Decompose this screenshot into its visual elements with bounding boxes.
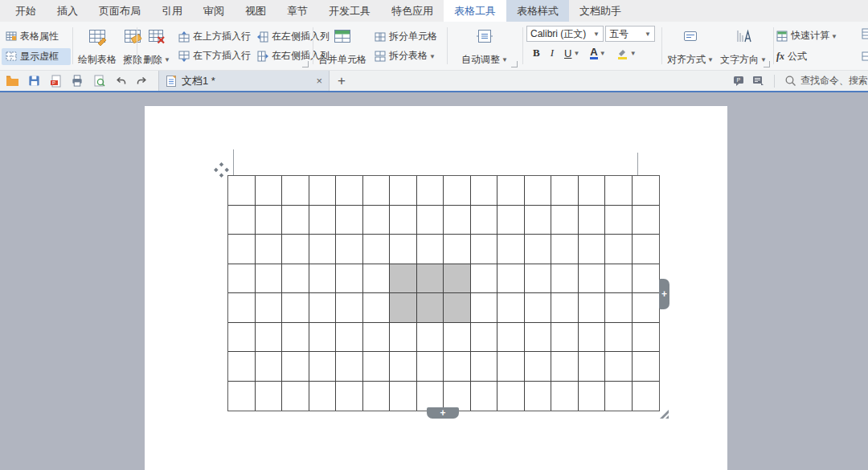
table-cell[interactable] (363, 206, 391, 235)
table-cell[interactable] (471, 206, 498, 235)
table-cell[interactable] (228, 206, 256, 235)
table-cell[interactable] (633, 352, 660, 382)
delete-button[interactable]: 删除▼ (140, 22, 174, 71)
table-cell[interactable] (390, 264, 417, 294)
table-cell[interactable] (579, 235, 606, 264)
table-cell[interactable] (551, 206, 579, 235)
table-cell[interactable] (605, 352, 633, 382)
table-cell[interactable] (605, 235, 633, 264)
table-cell[interactable] (497, 352, 525, 382)
table-cell[interactable] (633, 293, 660, 323)
table-cell[interactable] (336, 323, 363, 353)
table-cell[interactable] (309, 293, 337, 323)
alignment-button[interactable]: 对齐方式▼ (664, 22, 717, 71)
table-cell[interactable] (390, 206, 417, 235)
font-color-button[interactable]: A▼ (590, 47, 605, 59)
table-cell[interactable] (336, 352, 363, 382)
font-size-select[interactable]: 五号▼ (605, 26, 655, 42)
table-cell[interactable] (336, 235, 363, 264)
table-cell[interactable] (363, 382, 391, 411)
table-cell[interactable] (336, 206, 363, 235)
table-cell[interactable] (444, 352, 471, 382)
menu-tab[interactable]: 审阅 (193, 0, 235, 22)
table-cell[interactable] (256, 323, 283, 353)
table-cell[interactable] (282, 206, 309, 235)
insert-row-above-button[interactable]: 在上方插入行 (178, 30, 251, 43)
merge-cells-button[interactable]: 合并单元格 (315, 22, 370, 71)
table-cell[interactable] (417, 323, 444, 353)
table-cell[interactable] (417, 382, 444, 411)
notes-icon[interactable] (752, 76, 764, 86)
table-cell[interactable] (417, 235, 444, 264)
clipped-ribbon-icon[interactable] (862, 51, 868, 62)
table-cell[interactable] (579, 206, 606, 235)
show-gridlines-button[interactable]: 显示虚框 (2, 48, 71, 65)
table-cell[interactable] (363, 293, 391, 323)
insert-group-dialog-launcher[interactable] (302, 61, 309, 67)
print-preview-icon[interactable] (92, 74, 106, 88)
table-cell[interactable] (633, 323, 660, 353)
table-cell[interactable] (633, 264, 660, 294)
add-column-handle[interactable]: + (659, 279, 669, 309)
table-cell[interactable] (497, 264, 525, 294)
table-cell[interactable] (471, 382, 498, 411)
table-cell[interactable] (551, 323, 579, 353)
table-cell[interactable] (444, 206, 471, 235)
table-cell[interactable] (525, 352, 552, 382)
table-cell[interactable] (444, 235, 471, 264)
table-cell[interactable] (551, 176, 579, 206)
table-cell[interactable] (390, 293, 417, 323)
table-cell[interactable] (228, 264, 256, 294)
quick-calc-button[interactable]: 快速计算▼ (776, 29, 868, 43)
menu-tab[interactable]: 表格工具 (444, 0, 506, 22)
insert-row-below-button[interactable]: 在下方插入行 (178, 49, 251, 63)
table-cell[interactable] (282, 235, 309, 264)
table-cell[interactable] (579, 293, 606, 323)
table-cell[interactable] (256, 382, 283, 411)
redo-icon[interactable] (135, 74, 149, 88)
menu-tab[interactable]: 引用 (151, 0, 193, 22)
table-cell[interactable] (309, 323, 337, 353)
table-cell[interactable] (444, 323, 471, 353)
split-cells-button[interactable]: 拆分单元格 (375, 30, 437, 43)
table-cell[interactable] (363, 323, 391, 353)
table-cell[interactable] (256, 264, 283, 294)
table-cell[interactable] (336, 293, 363, 323)
text-direction-dialog-launcher[interactable] (764, 61, 770, 67)
table-properties-button[interactable]: 表格属性 (2, 28, 71, 45)
table-cell[interactable] (551, 293, 579, 323)
table-cell[interactable] (390, 382, 417, 411)
table-cell[interactable] (228, 176, 256, 206)
table-cell[interactable] (256, 176, 283, 206)
table-cell[interactable] (444, 293, 471, 323)
table-cell[interactable] (525, 176, 552, 206)
table-cell[interactable] (282, 293, 309, 323)
table-cell[interactable] (444, 264, 471, 294)
menu-tab[interactable]: 文档助手 (569, 0, 632, 22)
menu-tab[interactable]: 开发工具 (318, 0, 381, 22)
table-cell[interactable] (525, 235, 552, 264)
table-cell[interactable] (605, 264, 633, 294)
table-cell[interactable] (471, 323, 498, 353)
table-cell[interactable] (363, 352, 391, 382)
menu-tab[interactable]: 页面布局 (88, 0, 151, 22)
table-resize-handle-icon[interactable] (659, 409, 669, 419)
table-cell[interactable] (471, 264, 498, 294)
table-cell[interactable] (497, 206, 525, 235)
table-cell[interactable] (309, 206, 337, 235)
table-cell[interactable] (497, 176, 525, 206)
italic-button[interactable]: I (551, 47, 554, 59)
table-cell[interactable] (228, 235, 256, 264)
table-cell[interactable] (228, 323, 256, 353)
table-cell[interactable] (444, 382, 471, 411)
menu-tab[interactable]: 开始 (5, 0, 47, 22)
table-cell[interactable] (551, 382, 579, 411)
table-cell[interactable] (525, 323, 552, 353)
table-cell[interactable] (525, 382, 552, 411)
table-cell[interactable] (551, 352, 579, 382)
table-cell[interactable] (363, 176, 391, 206)
table-cell[interactable] (497, 293, 525, 323)
table-cell[interactable] (525, 264, 552, 294)
table-cell[interactable] (633, 382, 660, 411)
table-cell[interactable] (282, 264, 309, 294)
